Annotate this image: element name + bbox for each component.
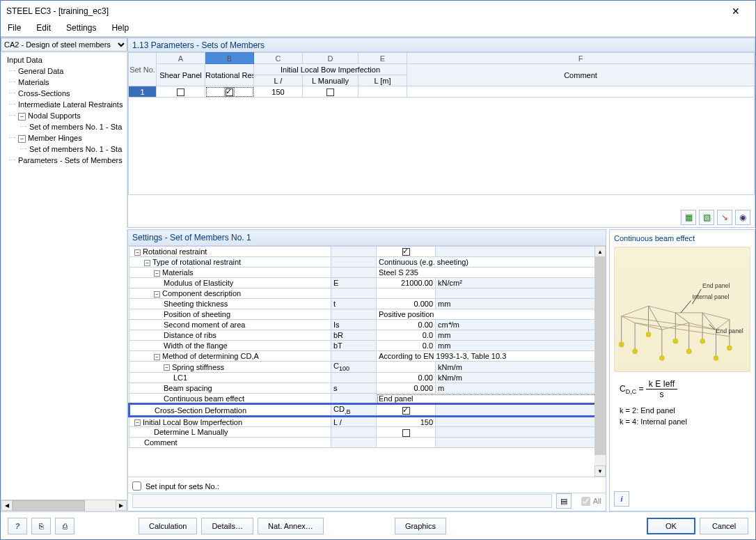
property-row[interactable]: −Spring stiffnessC100kNm/m [129, 362, 605, 373]
value-cell[interactable] [377, 404, 436, 417]
checkbox-icon[interactable] [226, 88, 233, 96]
settings-vscroll[interactable]: ▲ ▼ [594, 246, 606, 477]
scroll-down-icon[interactable]: ▼ [594, 465, 606, 477]
tree-materials[interactable]: Materials [4, 77, 127, 88]
nat-annex-button[interactable]: Nat. Annex… [258, 518, 324, 534]
value-cell[interactable]: 0.00 [377, 320, 436, 330]
col-b[interactable]: B [205, 53, 254, 64]
menu-settings[interactable]: Settings [63, 22, 99, 36]
sidebar-hscroll[interactable]: ◀ ▶ [1, 500, 127, 511]
set-input-field[interactable] [132, 494, 552, 508]
expand-icon[interactable]: − [164, 364, 170, 371]
expand-icon[interactable]: − [154, 354, 160, 360]
scroll-thumb[interactable] [13, 500, 85, 511]
eye-icon[interactable]: ◉ [735, 210, 750, 225]
property-row[interactable]: Position of sheetingPositive position [129, 309, 605, 320]
property-row[interactable]: Determine L Manually [129, 427, 605, 438]
details-button[interactable]: Details… [201, 518, 253, 534]
table-row[interactable]: 1 150 [129, 86, 755, 98]
set-input-checkbox[interactable] [132, 481, 141, 491]
tree-member-hinges[interactable]: −Member Hinges [4, 132, 127, 144]
pick-sets-icon[interactable]: ▤ [556, 493, 572, 509]
property-row[interactable]: Cross-Section DeformationCD,B [129, 404, 605, 417]
property-row[interactable]: Continuous beam effectEnd panel [129, 394, 605, 404]
cell-lm[interactable] [359, 86, 407, 98]
tree-nodal-child[interactable]: Set of members No. 1 - Sta [4, 121, 127, 132]
expand-icon[interactable]: − [154, 270, 160, 277]
value-cell[interactable] [377, 288, 436, 299]
property-row[interactable]: −Component description [129, 288, 605, 299]
value-cell[interactable]: 0.000 [377, 299, 436, 309]
checkbox-icon[interactable] [402, 429, 410, 437]
scroll-thumb[interactable] [594, 257, 606, 455]
tree-general-data[interactable]: General Data [4, 65, 127, 77]
value-cell[interactable]: 0.0 [377, 341, 436, 351]
value-cell[interactable] [377, 247, 436, 257]
cell-lman[interactable] [303, 86, 359, 98]
property-row[interactable]: Width of the flangebT0.0mm [129, 341, 605, 351]
property-row[interactable]: Comment [129, 438, 605, 448]
expand-icon[interactable]: − [154, 291, 160, 298]
col-f[interactable]: F [407, 53, 755, 64]
tree-parameters[interactable]: Parameters - Sets of Members [4, 155, 127, 166]
members-grid[interactable]: Set No. A B C D E F Shear Panel Rotation… [128, 52, 755, 195]
tree-lateral-restraints[interactable]: Intermediate Lateral Restraints [4, 99, 127, 110]
value-cell[interactable]: 0.000 [377, 383, 436, 394]
value-cell[interactable] [377, 427, 436, 438]
col-c[interactable]: C [254, 53, 303, 64]
tree-cross-sections[interactable]: Cross-Sections [4, 88, 127, 99]
property-row[interactable]: Modulus of ElasticityE21000.00kN/cm² [129, 278, 605, 288]
expand-icon[interactable]: − [134, 419, 141, 426]
property-row[interactable]: Beam spacings0.000m [129, 383, 605, 394]
value-cell[interactable]: End panel [377, 394, 605, 404]
property-row[interactable]: Distance of ribsbR0.0mm [129, 330, 605, 341]
cell-comment[interactable] [407, 86, 755, 98]
value-cell[interactable]: 0.00 [377, 373, 436, 383]
close-icon[interactable]: ✕ [722, 2, 750, 20]
expand-icon[interactable]: − [134, 249, 141, 256]
property-row[interactable]: −Method of determining CD,AAccording to … [129, 351, 605, 362]
tree-nodal-supports[interactable]: −Nodal Supports [4, 110, 127, 121]
property-row[interactable]: −Type of rotational restraintContinuous … [129, 257, 605, 268]
excel-import-icon[interactable]: ▧ [699, 210, 714, 225]
scroll-up-icon[interactable]: ▲ [594, 246, 606, 257]
cancel-button[interactable]: Cancel [700, 518, 748, 534]
col-d[interactable]: D [303, 53, 359, 64]
row-no[interactable]: 1 [129, 86, 157, 98]
property-row[interactable]: Second moment of areaIs0.00cm⁴/m [129, 320, 605, 330]
help-icon[interactable]: ? [8, 518, 27, 534]
value-cell[interactable]: 0.0 [377, 330, 436, 341]
ok-button[interactable]: OK [647, 518, 695, 534]
module-select[interactable]: CA2 - Design of steel members [1, 38, 127, 52]
menu-edit[interactable]: Edit [33, 22, 54, 36]
checkbox-icon[interactable] [402, 248, 410, 256]
value-cell[interactable]: Steel S 235 [377, 268, 605, 278]
tree-hinges-child[interactable]: Set of members No. 1 - Sta [4, 144, 127, 155]
value-cell[interactable]: According to EN 1993-1-3, Table 10.3 [377, 351, 605, 362]
col-a[interactable]: A [157, 53, 205, 64]
cell-rot[interactable] [205, 86, 254, 98]
property-row[interactable]: −Initial Local Bow ImperfectionL /150 [129, 417, 605, 427]
value-cell[interactable]: Positive position [377, 309, 605, 320]
property-row[interactable]: −MaterialsSteel S 235 [129, 268, 605, 278]
checkbox-icon[interactable] [177, 88, 184, 96]
value-cell[interactable]: Continuous (e.g. sheeting) [377, 257, 605, 268]
info-icon[interactable]: i [614, 491, 629, 507]
value-cell[interactable] [377, 438, 436, 448]
calculation-button[interactable]: Calculation [139, 518, 197, 534]
pick-icon[interactable]: ↘ [717, 210, 732, 225]
excel-export-icon[interactable]: ▦ [681, 210, 696, 225]
menu-help[interactable]: Help [109, 22, 132, 36]
property-row[interactable]: LC10.00kNm/m [129, 373, 605, 383]
graphics-button[interactable]: Graphics [395, 518, 446, 534]
collapse-icon[interactable]: − [18, 113, 26, 121]
export-2-icon[interactable]: ⎙ [55, 518, 74, 534]
cell-ldiv[interactable]: 150 [254, 86, 303, 98]
property-row[interactable]: Sheeting thicknesst0.000mm [129, 299, 605, 309]
value-cell[interactable]: 21000.00 [377, 278, 436, 288]
checkbox-icon[interactable] [402, 407, 410, 415]
tree-root[interactable]: Input Data [4, 54, 127, 65]
expand-icon[interactable]: − [144, 260, 150, 266]
export-1-icon[interactable]: ⎘ [31, 518, 51, 534]
menu-file[interactable]: File [5, 22, 24, 36]
